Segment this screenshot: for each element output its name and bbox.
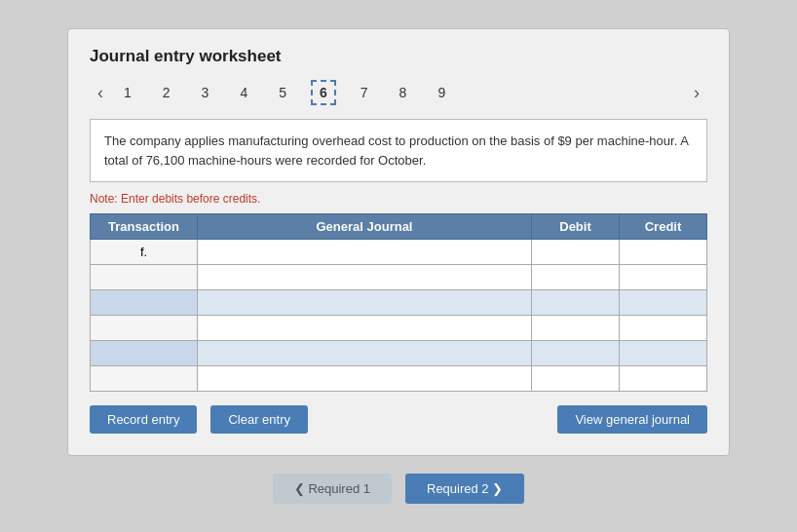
transaction-cell (91, 290, 198, 316)
nav-right-arrow[interactable]: › (686, 81, 707, 105)
credit-cell[interactable] (620, 290, 707, 316)
credit-cell[interactable] (620, 240, 707, 265)
credit-input-6[interactable] (624, 371, 702, 386)
table-row (91, 366, 707, 392)
credit-input-2[interactable] (624, 270, 702, 285)
credit-input-1[interactable] (624, 245, 702, 259)
general-journal-cell[interactable] (198, 265, 532, 290)
credit-input-5[interactable] (624, 346, 702, 361)
note-line: Note: Enter debits before credits. (90, 192, 707, 206)
btn-row: Record entry Clear entry View general jo… (90, 405, 707, 434)
general-journal-cell[interactable] (198, 341, 532, 366)
debit-cell[interactable] (532, 316, 620, 341)
debit-cell[interactable] (532, 341, 620, 366)
general-journal-cell[interactable] (198, 290, 532, 316)
credit-input-4[interactable] (624, 321, 702, 335)
credit-input-3[interactable] (624, 295, 702, 310)
general-journal-cell[interactable] (198, 316, 532, 341)
required-1-button[interactable]: ❮ Required 1 (273, 474, 392, 504)
table-row (91, 341, 707, 366)
nav-num-9[interactable]: 9 (431, 82, 452, 103)
credit-cell[interactable] (620, 341, 707, 366)
record-entry-button[interactable]: Record entry (90, 405, 197, 434)
table-row (91, 316, 707, 341)
debit-input-6[interactable] (536, 371, 615, 386)
nav-left-arrow[interactable]: ‹ (90, 81, 111, 105)
general-journal-input-3[interactable] (202, 295, 527, 310)
debit-cell[interactable] (532, 265, 620, 290)
col-header-transaction: Transaction (91, 214, 198, 240)
general-journal-input-1[interactable] (202, 245, 527, 259)
credit-cell[interactable] (620, 316, 707, 341)
general-journal-input-2[interactable] (202, 270, 527, 285)
general-journal-input-4[interactable] (202, 321, 527, 335)
table-row (91, 265, 707, 290)
general-journal-input-5[interactable] (202, 346, 527, 361)
debit-input-3[interactable] (536, 295, 615, 310)
nav-num-5[interactable]: 5 (272, 82, 293, 103)
col-header-debit: Debit (532, 214, 620, 240)
table-row (91, 290, 707, 316)
card: Journal entry worksheet ‹ 1 2 3 4 5 6 7 … (67, 28, 730, 456)
journal-table: Transaction General Journal Debit Credit… (90, 213, 707, 392)
clear-entry-button[interactable]: Clear entry (210, 405, 308, 434)
debit-cell[interactable] (532, 290, 620, 316)
debit-input-5[interactable] (536, 346, 615, 361)
nav-num-4[interactable]: 4 (233, 82, 254, 103)
debit-input-2[interactable] (536, 270, 615, 285)
transaction-cell (91, 265, 198, 290)
col-header-credit: Credit (620, 214, 707, 240)
debit-cell[interactable] (532, 366, 620, 392)
debit-input-1[interactable] (536, 245, 615, 259)
nav-row: ‹ 1 2 3 4 5 6 7 8 9 › (90, 80, 707, 105)
info-box: The company applies manufacturing overhe… (90, 119, 707, 182)
card-title: Journal entry worksheet (90, 47, 707, 66)
credit-cell[interactable] (620, 366, 707, 392)
transaction-cell (91, 341, 198, 366)
general-journal-input-6[interactable] (202, 371, 527, 386)
nav-num-1[interactable]: 1 (117, 82, 138, 103)
table-row: f. (91, 240, 707, 265)
general-journal-cell[interactable] (198, 240, 532, 265)
col-header-general-journal: General Journal (198, 214, 532, 240)
general-journal-cell[interactable] (198, 366, 532, 392)
required-2-button[interactable]: Required 2 ❯ (405, 474, 524, 504)
info-text: The company applies manufacturing overhe… (104, 133, 688, 168)
debit-input-4[interactable] (536, 321, 615, 335)
bottom-nav: ❮ Required 1 Required 2 ❯ (273, 474, 524, 504)
nav-num-7[interactable]: 7 (354, 82, 375, 103)
credit-cell[interactable] (620, 265, 707, 290)
transaction-cell (91, 316, 198, 341)
debit-cell[interactable] (532, 240, 620, 265)
nav-num-8[interactable]: 8 (393, 82, 414, 103)
transaction-cell (91, 366, 198, 392)
nav-num-6[interactable]: 6 (311, 80, 336, 105)
view-general-journal-button[interactable]: View general journal (557, 405, 707, 434)
nav-numbers: 1 2 3 4 5 6 7 8 9 (117, 80, 686, 105)
nav-num-3[interactable]: 3 (195, 82, 216, 103)
transaction-cell: f. (91, 240, 198, 265)
outer-wrapper: Journal entry worksheet ‹ 1 2 3 4 5 6 7 … (0, 0, 797, 532)
nav-num-2[interactable]: 2 (156, 82, 177, 103)
